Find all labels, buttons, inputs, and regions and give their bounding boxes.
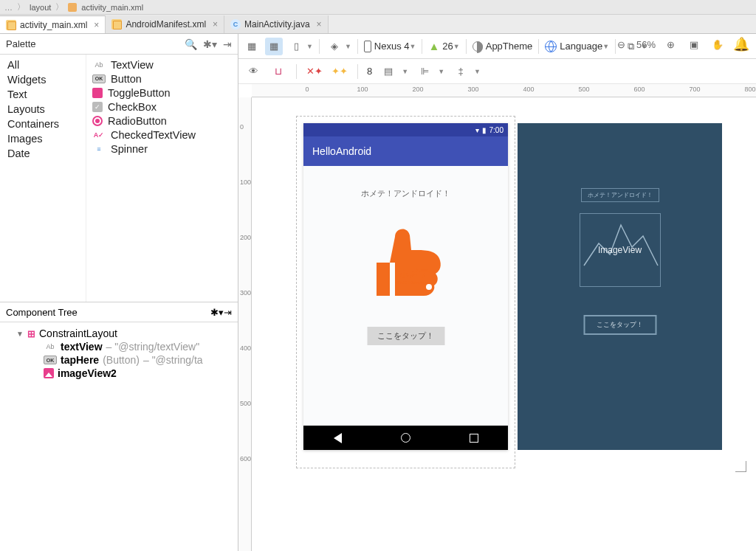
palette-title: Palette (6, 38, 35, 49)
blueprint-textview[interactable]: ホメテ！アンドロイド！ (581, 188, 659, 202)
tab-label: MainActivity.java (244, 19, 309, 30)
blueprint-mode-icon[interactable]: ▦ (265, 38, 283, 55)
spinner-icon: ≡ (92, 144, 106, 154)
palette-categories: All Widgets Text Layouts Containers Imag… (0, 55, 86, 302)
palette-item-radiobutton[interactable]: RadioButton (86, 114, 238, 128)
layout-variant-icon[interactable]: ◈ (326, 38, 343, 55)
theme-icon (472, 41, 483, 52)
palette-item-spinner[interactable]: ≡Spinner (86, 142, 238, 156)
palette-item-button[interactable]: OKButton (86, 72, 238, 86)
status-bar: ▾ ▮ 7:00 (303, 123, 508, 136)
eye-icon[interactable]: 👁 (244, 63, 262, 80)
guideline-icon[interactable]: ‡ (452, 63, 470, 80)
disclosure-icon[interactable]: ▼ (16, 330, 24, 337)
search-icon[interactable]: 🔍 (185, 38, 197, 50)
preview-imageview[interactable]: ホメテ HOME TEchnology (354, 222, 458, 311)
status-time: 7:00 (489, 126, 504, 134)
design-mode-icon[interactable]: ▦ (243, 38, 261, 55)
default-margins[interactable]: 8 (367, 66, 372, 77)
zoom-fit-icon[interactable]: ▣ (685, 35, 703, 53)
device-selector[interactable]: Nexus 4▼ (364, 41, 416, 52)
clear-constraints-icon[interactable]: ✕✦ (306, 63, 323, 80)
close-icon[interactable]: × (94, 20, 99, 30)
gear-icon[interactable]: ✱▾ (203, 38, 217, 50)
textview-icon: Ab (44, 342, 57, 352)
orientation-icon[interactable]: ▯ (287, 38, 305, 55)
pan-icon[interactable]: ✋ (709, 35, 726, 53)
palette-item-checkbox[interactable]: ✓CheckBox (86, 100, 238, 114)
toggle-icon (92, 88, 103, 98)
component-tree-title: Component Tree (6, 307, 78, 318)
design-surface: ▦ ▦ ▯▼ ◈▼ Nexus 4▼ ▲26▼ AppTheme Languag… (238, 34, 756, 551)
palette-category[interactable]: Layouts (0, 102, 86, 117)
hide-icon[interactable]: ⇥ (223, 38, 232, 50)
radio-icon (92, 116, 103, 126)
button-icon: OK (92, 74, 106, 83)
svg-text:ホメテ: ホメテ (398, 267, 430, 279)
ruler-horizontal: 0 100 200 300 400 500 600 700 800 (252, 84, 756, 97)
close-icon[interactable]: × (317, 19, 322, 30)
battery-icon: ▮ (482, 126, 487, 134)
api-selector[interactable]: ▲26▼ (428, 40, 459, 52)
blueprint-button[interactable]: ここをタップ！ (583, 315, 656, 335)
device-preview[interactable]: ▾ ▮ 7:00 HelloAndroid ホメテ！アンドロイド！ (303, 123, 508, 461)
blueprint-imageview[interactable]: ImageView (580, 213, 661, 287)
notifications-icon[interactable]: 🔔 (732, 35, 750, 53)
ruler-vertical: 0 100 200 300 400 500 600 (238, 97, 252, 551)
zoom-label[interactable]: 56% (636, 39, 656, 50)
wifi-icon: ▾ (475, 126, 479, 134)
svg-point-0 (426, 284, 432, 290)
tab-label: activity_main.xml (20, 20, 87, 30)
locale-selector[interactable]: Language▼ (545, 41, 609, 52)
zoom-out-icon[interactable]: ⊖ (613, 35, 630, 53)
checkedtext-icon: A✓ (92, 130, 106, 140)
palette-category[interactable]: Widgets (0, 72, 86, 87)
phone-icon (364, 41, 371, 52)
resize-handle-icon[interactable] (732, 457, 746, 472)
infer-constraints-icon[interactable]: ✦✦ (331, 63, 348, 80)
theme-selector[interactable]: AppTheme (472, 41, 533, 52)
palette-item-checkedtextview[interactable]: A✓CheckedTextView (86, 128, 238, 142)
tree-node-taphere[interactable]: OK tapHere (Button) – "@string/ta (3, 353, 235, 367)
component-tree: ▼ ⊞ ConstraintLayout Ab textView – "@str… (0, 322, 238, 384)
checkbox-icon: ✓ (92, 102, 103, 112)
tree-node-imageview2[interactable]: imageView2 (3, 367, 235, 380)
close-icon[interactable]: × (213, 19, 218, 30)
palette-item-textview[interactable]: AbTextView (86, 58, 238, 72)
xml-file-icon (6, 20, 16, 30)
palette-category[interactable]: Date (0, 146, 86, 161)
hide-icon[interactable]: ⇥ (224, 307, 232, 318)
pack-icon[interactable]: ▤ (379, 63, 397, 80)
blueprint-preview[interactable]: ホメテ！アンドロイド！ ImageView ここをタップ！ (518, 123, 722, 450)
palette-category[interactable]: Text (0, 87, 86, 102)
nav-bar (303, 426, 508, 450)
breadcrumb: …〉 layout 〉 activity_main.xml (0, 0, 756, 15)
globe-icon (545, 41, 557, 52)
magnet-icon[interactable]: ⊔ (269, 63, 287, 80)
app-title: HelloAndroid (312, 145, 371, 157)
canvas[interactable]: 0 100 200 300 400 500 600 700 800 0 100 … (238, 84, 756, 551)
breadcrumb-seg[interactable]: activity_main.xml (81, 3, 143, 12)
design-tools-toolbar: 👁 ⊔ ✕✦ ✦✦ 8 ▤▼ ⊫▼ ‡▼ ⊖ 56% ⊕ ▣ ✋ 🔔 (238, 59, 756, 84)
align-icon[interactable]: ⊫ (416, 63, 433, 80)
preview-button[interactable]: ここをタップ！ (367, 327, 444, 345)
tree-node-textview[interactable]: Ab textView – "@string/textView" (3, 340, 235, 353)
tab-android-manifest[interactable]: AndroidManifest.xml × (106, 15, 224, 33)
svg-text:HOME TEchnology: HOME TEchnology (396, 280, 427, 285)
left-panel: Palette 🔍 ✱▾ ⇥ All Widgets Text Layouts … (0, 34, 238, 551)
tab-activity-main[interactable]: activity_main.xml × (0, 15, 106, 33)
textview-icon: Ab (92, 60, 106, 70)
component-tree-header: Component Tree ✱▾ ⇥ (0, 302, 238, 322)
tab-main-activity[interactable]: C MainActivity.java × (224, 15, 329, 33)
gear-icon[interactable]: ✱▾ (210, 307, 224, 318)
breadcrumb-seg[interactable]: layout (30, 3, 51, 12)
palette-category[interactable]: Images (0, 131, 86, 146)
palette-category[interactable]: All (0, 58, 86, 72)
palette-item-togglebutton[interactable]: ToggleButton (86, 86, 238, 100)
zoom-in-icon[interactable]: ⊕ (662, 35, 679, 53)
palette-category[interactable]: Containers (0, 117, 86, 131)
tree-node-constraintlayout[interactable]: ▼ ⊞ ConstraintLayout (3, 327, 235, 340)
java-file-icon: C (230, 19, 241, 30)
tab-label: AndroidManifest.xml (126, 19, 206, 30)
preview-textview[interactable]: ホメテ！アンドロイド！ (303, 188, 508, 199)
